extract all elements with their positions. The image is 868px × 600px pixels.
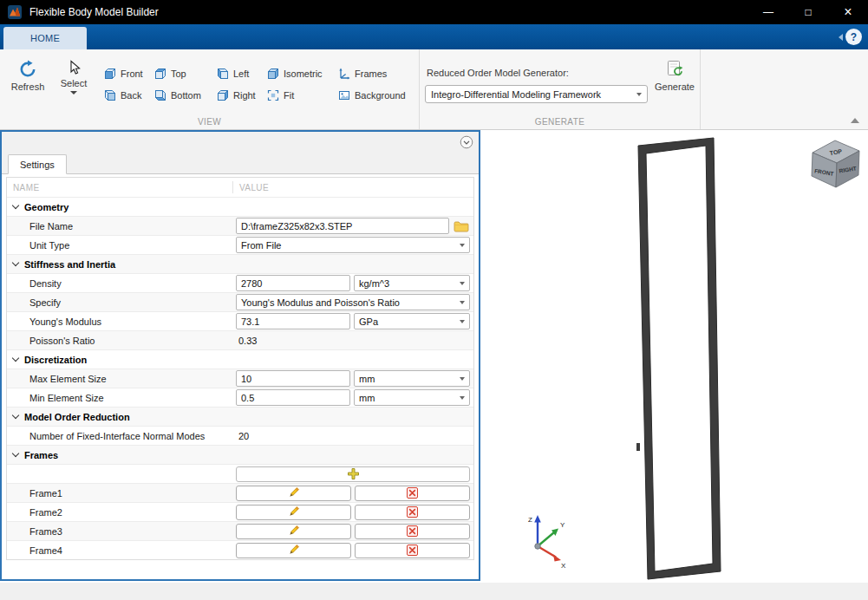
delete-frame-button[interactable]: [355, 524, 470, 539]
property-row-normal-modes: Number of Fixed-Interface Normal Modes 2…: [7, 426, 473, 445]
toolstrip: Refresh Select Front Top: [0, 49, 868, 130]
section-row-discretization[interactable]: Discretization: [7, 349, 473, 368]
section-label: Model Order Reduction: [24, 412, 130, 422]
edit-frame-button[interactable]: [236, 486, 351, 501]
view-background-button[interactable]: Background: [338, 88, 406, 102]
generate-label: Generate: [655, 82, 695, 92]
view-top-button[interactable]: Top: [154, 67, 186, 81]
youngs-modulus-input[interactable]: [236, 313, 350, 329]
collapse-chevron-icon: [12, 202, 19, 209]
view-fit-button[interactable]: Fit: [267, 88, 294, 102]
view-bottom-button[interactable]: Bottom: [154, 88, 201, 102]
panel-tab-bar: Settings: [2, 153, 479, 174]
delete-frame-button[interactable]: [355, 543, 470, 558]
fit-icon: [267, 89, 279, 101]
cube-left-icon: [217, 68, 229, 80]
view-right-button[interactable]: Right: [217, 88, 256, 102]
viewport-3d[interactable]: TOP FRONT RIGHT Z Y X: [480, 130, 868, 583]
generate-button[interactable]: Generate: [652, 60, 697, 92]
section-label: Frames: [24, 450, 58, 460]
pencil-icon: [287, 486, 300, 499]
main-content: Settings NAME VALUE Geometry File Name: [0, 130, 868, 583]
min-element-size-input[interactable]: [236, 389, 350, 406]
scene-canvas: TOP FRONT RIGHT Z Y X: [480, 130, 868, 583]
view-frames-button[interactable]: Frames: [338, 67, 387, 81]
refresh-button[interactable]: Refresh: [7, 60, 49, 92]
property-value: 20: [238, 431, 249, 441]
delete-frame-button[interactable]: [355, 505, 470, 520]
section-row-model-order-reduction[interactable]: Model Order Reduction: [7, 407, 473, 426]
edit-frame-button[interactable]: [236, 505, 351, 520]
max-element-size-unit-dropdown[interactable]: mm: [354, 370, 470, 387]
chevron-down-icon: [636, 93, 642, 96]
delete-frame-button[interactable]: [355, 486, 470, 501]
tab-settings[interactable]: Settings: [8, 154, 67, 174]
file-name-input[interactable]: [236, 218, 449, 234]
column-header-name: NAME: [7, 183, 232, 192]
view-button-label: Top: [171, 68, 186, 79]
view-button-label: Fit: [284, 90, 294, 101]
generate-icon: [665, 60, 685, 79]
density-unit-dropdown[interactable]: kg/m^3: [354, 275, 470, 291]
min-element-size-unit-dropdown[interactable]: mm: [354, 389, 470, 406]
frame-model[interactable]: [636, 138, 721, 579]
help-button[interactable]: ?: [845, 29, 862, 45]
property-row-specify: Specify Young's Modulus and Poisson's Ra…: [7, 292, 473, 311]
property-label: Density: [29, 278, 62, 289]
property-label: Young's Modulus: [29, 316, 101, 327]
view-button-label: Right: [233, 90, 256, 101]
youngs-modulus-unit-dropdown[interactable]: GPa: [354, 313, 470, 329]
add-frame-button[interactable]: [236, 466, 470, 482]
section-row-stiffness[interactable]: Stiffness and Inertia: [7, 254, 473, 273]
section-row-geometry[interactable]: Geometry: [7, 197, 473, 216]
pencil-icon: [287, 505, 300, 518]
frame-row-frame2: Frame2: [7, 502, 473, 521]
browse-folder-button[interactable]: [453, 218, 470, 234]
view-cube[interactable]: TOP FRONT RIGHT: [812, 140, 859, 187]
maximize-button[interactable]: □: [788, 0, 828, 24]
property-label: Specify: [29, 297, 61, 308]
folder-icon: [454, 220, 469, 232]
chevron-down-icon: [460, 301, 465, 304]
frame-label: Frame4: [29, 545, 62, 556]
view-isometric-button[interactable]: Isometric: [267, 67, 323, 81]
chevron-down-icon: [460, 320, 465, 323]
property-label: Number of Fixed-Interface Normal Modes: [29, 431, 205, 441]
property-row-max-element-size: Max Element Size mm: [7, 368, 473, 388]
delete-x-icon: [407, 487, 418, 499]
titlebar: Flexible Body Model Builder — □ ×: [0, 0, 868, 24]
background-icon: [338, 89, 350, 101]
ribbon-collapse-button[interactable]: [851, 118, 859, 123]
panel-collapse-button[interactable]: [460, 135, 473, 149]
max-element-size-input[interactable]: [236, 370, 350, 387]
view-left-button[interactable]: Left: [217, 67, 249, 81]
cube-right-icon: [217, 89, 229, 101]
plus-icon: [347, 467, 360, 480]
cursor-icon: [68, 60, 81, 75]
property-row-unit-type: Unit Type From File: [7, 235, 473, 254]
tab-home[interactable]: HOME: [3, 27, 87, 49]
window-title: Flexible Body Model Builder: [29, 6, 159, 18]
view-section-label: VIEW: [0, 117, 419, 127]
select-button[interactable]: Select: [54, 60, 94, 95]
specify-dropdown[interactable]: Young's Modulus and Poisson's Ratio: [236, 294, 470, 310]
view-front-button[interactable]: Front: [104, 67, 143, 81]
minimize-button[interactable]: —: [748, 0, 788, 24]
frame-label: Frame2: [29, 507, 62, 518]
section-label: Stiffness and Inertia: [24, 259, 115, 270]
view-button-label: Back: [121, 90, 141, 101]
cube-isometric-icon: [267, 68, 279, 80]
close-button[interactable]: ×: [828, 0, 868, 24]
edit-frame-button[interactable]: [236, 543, 351, 558]
collapse-chevron-icon: [12, 259, 19, 266]
view-button-label: Bottom: [171, 90, 201, 101]
frame-row-frame4: Frame4: [7, 540, 473, 559]
view-back-button[interactable]: Back: [104, 88, 141, 102]
edit-frame-button[interactable]: [236, 524, 351, 539]
property-value: 0.33: [238, 336, 257, 346]
unit-type-dropdown[interactable]: From File: [236, 237, 470, 253]
rom-generator-dropdown[interactable]: Integro-Differential Modeling Framework: [425, 85, 648, 103]
density-input[interactable]: [236, 275, 350, 291]
property-label: File Name: [29, 221, 73, 232]
section-row-frames[interactable]: Frames: [7, 445, 473, 464]
